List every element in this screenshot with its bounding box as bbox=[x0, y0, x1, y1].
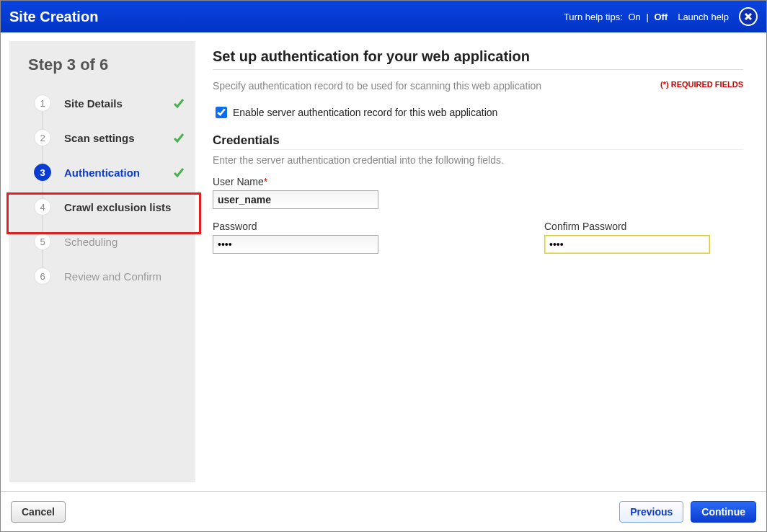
enable-auth-label: Enable server authentication record for … bbox=[233, 107, 497, 118]
password-input[interactable] bbox=[213, 235, 378, 254]
password-field-group: Password bbox=[213, 221, 378, 254]
step-label: Site Details bbox=[64, 97, 123, 110]
help-controls: Turn help tips: On | Off Launch help bbox=[564, 7, 758, 26]
username-input[interactable] bbox=[213, 190, 378, 209]
step-label: Authentication bbox=[64, 167, 140, 179]
step-number: 4 bbox=[34, 198, 51, 216]
required-star: * bbox=[264, 176, 267, 187]
credentials-description: Enter the server authentication credenti… bbox=[213, 154, 743, 166]
page-title: Set up authentication for your web appli… bbox=[213, 48, 743, 65]
wizard-footer: Cancel Previous Continue bbox=[1, 491, 766, 531]
required-fields-note: (*) REQUIRED FIELDS bbox=[660, 80, 743, 89]
enable-auth-row: Enable server authentication record for … bbox=[213, 105, 743, 120]
checkmark-icon bbox=[172, 166, 185, 179]
site-creation-wizard: Site Creation Turn help tips: On | Off L… bbox=[0, 0, 767, 532]
cancel-button[interactable]: Cancel bbox=[11, 501, 66, 523]
wizard-body: Step 3 of 6 1 Site Details 2 Scan settin… bbox=[1, 32, 766, 491]
checkmark-icon bbox=[172, 97, 185, 110]
step-authentication[interactable]: 3 Authentication bbox=[9, 155, 195, 190]
step-review-confirm[interactable]: 6 Review and Confirm bbox=[9, 259, 195, 293]
step-number: 3 bbox=[34, 164, 51, 181]
main-panel: Set up authentication for your web appli… bbox=[195, 41, 758, 482]
divider bbox=[213, 69, 743, 70]
credentials-title: Credentials bbox=[213, 133, 743, 148]
checkmark-icon bbox=[172, 131, 185, 144]
step-number: 5 bbox=[34, 233, 51, 250]
username-label: User Name* bbox=[213, 176, 378, 187]
step-site-details[interactable]: 1 Site Details bbox=[9, 86, 195, 120]
help-sep: | bbox=[644, 12, 652, 22]
wizard-title: Site Creation bbox=[9, 9, 564, 25]
username-field-group: User Name* bbox=[213, 176, 378, 209]
step-label: Scan settings bbox=[64, 132, 135, 144]
close-icon bbox=[744, 12, 753, 21]
close-button[interactable] bbox=[739, 7, 758, 26]
wizard-header: Site Creation Turn help tips: On | Off L… bbox=[1, 1, 766, 32]
step-list: 1 Site Details 2 Scan settings 3 Authent… bbox=[9, 86, 195, 293]
step-number: 2 bbox=[34, 129, 51, 146]
enable-auth-checkbox[interactable] bbox=[216, 107, 227, 118]
password-label: Password bbox=[213, 221, 378, 232]
step-label: Scheduling bbox=[64, 236, 118, 248]
help-tips-off[interactable]: Off bbox=[654, 12, 668, 22]
previous-button[interactable]: Previous bbox=[619, 501, 683, 523]
step-label: Review and Confirm bbox=[64, 270, 161, 283]
step-number: 1 bbox=[34, 94, 51, 112]
confirm-password-input[interactable] bbox=[544, 235, 710, 254]
step-label: Crawl exclusion lists bbox=[64, 201, 171, 213]
step-scheduling[interactable]: 5 Scheduling bbox=[9, 224, 195, 259]
step-scan-settings[interactable]: 2 Scan settings bbox=[9, 120, 195, 155]
continue-button[interactable]: Continue bbox=[691, 501, 756, 523]
help-tips-on[interactable]: On bbox=[628, 12, 640, 22]
divider bbox=[213, 149, 743, 150]
confirm-password-field-group: Confirm Password bbox=[544, 221, 710, 254]
help-prefix: Turn help tips: bbox=[564, 12, 626, 22]
launch-help-link[interactable]: Launch help bbox=[678, 12, 729, 22]
confirm-password-label: Confirm Password bbox=[544, 221, 710, 232]
step-crawl-exclusion[interactable]: 4 Crawl exclusion lists bbox=[9, 190, 195, 224]
step-number: 6 bbox=[34, 267, 51, 285]
sidebar: Step 3 of 6 1 Site Details 2 Scan settin… bbox=[9, 41, 195, 482]
step-heading: Step 3 of 6 bbox=[28, 56, 195, 74]
